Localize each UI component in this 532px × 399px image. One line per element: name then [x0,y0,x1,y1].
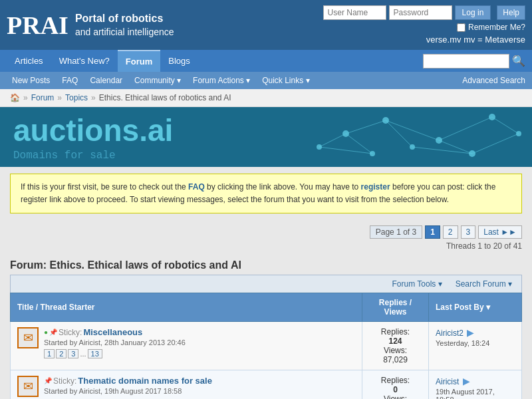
threads-count: Threads 1 to 20 of 41 [0,240,532,254]
forum-section: Forum: Ethics. Ethical laws of robotics … [10,254,522,399]
username-input[interactable] [323,5,386,20]
sticky-icon: 📌 [44,377,52,384]
page-1-button[interactable]: 1 [425,225,440,239]
sec-quick-links[interactable]: Quick Links ▾ [257,73,315,88]
mini-page[interactable]: 3 [68,349,78,358]
sticky-icon: 📌 [49,329,57,336]
register-link[interactable]: register [361,182,390,192]
tools-bar: Forum Tools ▾ Search Forum ▾ [10,275,522,293]
status-indicator: ● [44,329,48,336]
last-post-date: 19th August 2017, 18:58 [436,388,515,399]
page-2-button[interactable]: 2 [443,225,458,239]
mini-page[interactable]: 1 [44,349,55,358]
faq-link[interactable]: FAQ [188,182,205,192]
thread-title-link[interactable]: Thematic domain names for sale [78,376,212,386]
svg-line-6 [492,117,519,134]
svg-line-2 [439,117,492,140]
breadcrumb: 🏠 » Forum » Topics » Ethics. Ethical law… [0,89,532,107]
svg-line-7 [472,134,519,154]
login-button[interactable]: Log in [455,5,491,20]
banner: auctions.ai Domains for sale .nl{stroke:… [0,107,532,167]
remember-me-label: Remember Me? [468,23,525,32]
nav-search-input[interactable] [423,54,509,68]
thread-meta: Started by Airicist, 19th August 2017 18… [44,387,355,395]
sec-community[interactable]: Community ▾ [129,73,186,88]
home-icon[interactable]: 🏠 [10,93,20,102]
svg-point-18 [516,131,521,136]
nav-forum[interactable]: Forum [118,50,160,72]
info-box: If this is your first visit, be sure to … [10,174,522,213]
last-post-date: Yesterday, 18:24 [436,339,515,347]
sec-faq[interactable]: FAQ [57,73,83,88]
svg-point-15 [469,150,475,157]
banner-title[interactable]: auctions.ai [13,112,173,148]
advanced-search-link[interactable]: Advanced Search [462,76,525,85]
thread-info: 📌 Sticky: Thematic domain names for sale… [44,376,355,395]
svg-point-13 [436,137,442,144]
forum-tools-button[interactable]: Forum Tools ▾ [388,278,446,290]
lastpost-cell: Airicist ▶ 19th August 2017, 18:58 [429,370,522,399]
col-title: Title / Thread Starter [11,293,362,322]
page-last-button[interactable]: Last ►► [478,225,522,239]
thread-icon: ✉ [17,376,39,397]
thread-title-cell: ✉ 📌 Sticky: Thematic domain names for sa… [11,370,362,399]
lastpost-cell: Airicist2 ▶ Yesterday, 18:24 [429,322,522,370]
mini-page[interactable]: 2 [56,349,66,358]
last-post-author[interactable]: Airicist2 [436,329,464,338]
svg-point-14 [489,114,495,120]
go-to-post-icon[interactable]: ▶ [467,327,474,338]
nav-articles[interactable]: Articles [7,51,51,71]
password-input[interactable] [389,5,452,20]
nav-whats-new[interactable]: What's New? [51,51,118,71]
page-label: Page 1 of 3 [370,225,422,239]
go-to-post-icon[interactable]: ▶ [463,376,470,386]
svg-point-17 [370,151,375,156]
svg-line-4 [386,120,412,147]
thread-table: Title / Thread Starter Replies / Views L… [10,293,522,399]
svg-point-19 [317,144,322,150]
replies-cell: Replies: 0 Views: 8,193 [362,370,429,399]
search-icon[interactable]: 🔍 [512,55,525,67]
thread-title-cell: ✉ ● 📌 Sticky: Miscellaneous Started by A… [11,322,362,370]
help-button[interactable]: Help [497,5,525,20]
nav-blogs[interactable]: Blogs [160,51,198,71]
svg-line-1 [386,120,439,140]
breadcrumb-current: Ethics. Ethical laws of robotics and AI [99,93,231,102]
table-row: ✉ ● 📌 Sticky: Miscellaneous Started by A… [11,322,522,370]
metaverse-text: verse.mv mv = Metaverse [426,35,525,45]
mini-page[interactable]: 13 [88,349,102,358]
thread-pages: 1 2 3 ... 13 [44,349,355,358]
breadcrumb-topics[interactable]: Topics [65,93,88,102]
forum-title: Forum: Ethics. Ethical laws of robotics … [10,254,522,275]
col-replies: Replies / Views [362,293,429,322]
banner-subtitle: Domains for sale [13,150,173,162]
sec-calendar[interactable]: Calendar [84,73,128,88]
svg-line-0 [346,120,386,134]
col-lastpost-label[interactable]: Last Post By ▾ [436,303,490,312]
svg-line-9 [319,134,346,147]
logo-text: PRAI [7,11,68,40]
remember-me-checkbox[interactable] [457,23,466,32]
thread-info: ● 📌 Sticky: Miscellaneous Started by Air… [44,327,355,358]
info-text-before: If this is your first visit, be sure to … [21,182,188,192]
last-post-author[interactable]: Airicist [436,377,459,386]
replies-cell: Replies: 124 Views: 87,029 [362,322,429,370]
svg-point-11 [342,130,349,137]
thread-title-link[interactable]: Miscellaneous [83,327,142,337]
svg-point-12 [382,117,389,124]
pagination: Page 1 of 3 1 2 3 Last ►► [0,220,532,240]
tagline-2: and artificial intelligence [75,26,174,39]
page-3-button[interactable]: 3 [461,225,476,239]
col-lastpost: Last Post By ▾ [429,293,522,322]
search-forum-button[interactable]: Search Forum ▾ [452,278,516,290]
network-graphic: .nl{stroke:#5bc8e0;stroke-width:1;opacit… [306,107,532,167]
svg-point-16 [410,144,415,150]
table-row: ✉ 📌 Sticky: Thematic domain names for sa… [11,370,522,399]
logo-box: PRAI Portal of robotics and artificial i… [7,11,174,40]
thread-meta: Started by Airicist, 28th January 2013 2… [44,338,355,346]
info-text-middle: by clicking the link above. You may have… [205,182,361,192]
breadcrumb-forum[interactable]: Forum [31,93,55,102]
sec-forum-actions[interactable]: Forum Actions ▾ [188,73,255,88]
sec-new-posts[interactable]: New Posts [7,73,55,88]
thread-icon: ✉ [17,327,39,348]
